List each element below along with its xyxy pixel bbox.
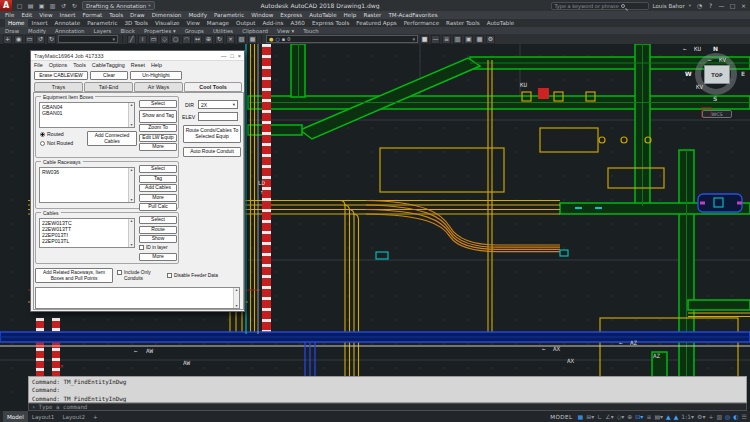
polar-tracking-icon[interactable]: ∠▾	[605, 414, 613, 420]
ribbon-tab-parametric[interactable]: Parametric	[84, 19, 120, 27]
match-properties-icon[interactable]: ▥	[453, 35, 462, 44]
dialog-tab-cool-tools[interactable]: Cool Tools	[184, 82, 242, 92]
cable-action-button[interactable]: Select	[139, 216, 177, 224]
scroll-down-icon[interactable]: ▾	[235, 304, 237, 308]
elev-input[interactable]	[198, 112, 238, 121]
command-history[interactable]: Command: TM_FindEntityInDwgCommand:Comma…	[28, 376, 747, 403]
quick-properties-icon[interactable]: ▥	[716, 414, 722, 420]
customize-icon[interactable]: ☰	[742, 414, 747, 420]
dialog-menu-item[interactable]: Reset	[131, 62, 145, 68]
scroll-up-icon[interactable]: ▴	[130, 103, 132, 107]
isodraft-icon[interactable]: ◇▾	[617, 414, 625, 420]
dialog-menu-item[interactable]: Help	[151, 62, 162, 68]
isolate-objects-icon[interactable]: ◎	[725, 414, 730, 420]
dialog-title-bar[interactable]: TrayMatic16964 Job 417333 — □ ×	[31, 51, 244, 61]
dialog-close-icon[interactable]: ×	[238, 53, 241, 59]
un-highlight-button[interactable]: Un-Highlight	[130, 71, 182, 80]
properties-icon[interactable]: ▣	[464, 35, 473, 44]
viewcube-west[interactable]: W	[685, 71, 692, 77]
close-icon[interactable]: ×	[739, 1, 748, 10]
tab-layout2[interactable]: Layout2	[58, 411, 89, 422]
cable-action-button[interactable]: Route	[139, 226, 177, 234]
dialog-menu-item[interactable]: CableTagging	[92, 62, 125, 68]
settings-icon[interactable]: ⚙	[486, 35, 495, 44]
menu-item[interactable]: View	[39, 12, 52, 18]
scroll-up-icon[interactable]: ▴	[130, 219, 132, 223]
osnap-icon[interactable]: ⊡▾	[635, 414, 643, 420]
copy-icon[interactable]: ⊕	[204, 35, 213, 44]
disable-feeder-data-checkbox[interactable]: Disable Feeder Data	[167, 273, 237, 279]
dialog-menu-item[interactable]: Tools	[73, 62, 86, 68]
include-only-conduits-checkbox[interactable]: Include Only Conduits	[117, 270, 163, 281]
routed-radio[interactable]: Routed	[40, 132, 64, 138]
viewcube-top-face[interactable]: TOP	[704, 65, 730, 84]
color-swatch-icon[interactable]: ■	[420, 35, 429, 44]
viewcube-south[interactable]: S	[713, 96, 717, 102]
ribbon-tab-insert[interactable]: Insert	[29, 19, 51, 27]
ribbon-panel-title[interactable]: Properties ▾	[144, 28, 176, 34]
restore-icon[interactable]: □	[728, 1, 737, 10]
a360-icon[interactable]: ◔	[695, 1, 704, 10]
scrollbar[interactable]: ▴▾	[128, 219, 134, 247]
ribbon-tab-3d-tools[interactable]: 3D Tools	[121, 19, 150, 27]
ribbon-tab-addins[interactable]: Add-ins	[260, 19, 287, 27]
scroll-down-icon[interactable]: ▾	[130, 198, 132, 202]
new-file-icon[interactable]: ▢	[15, 1, 24, 10]
menu-item[interactable]: Modify	[188, 12, 207, 18]
workspace-switcher[interactable]: Drafting & Annotation ▾	[82, 1, 155, 10]
polygon-icon[interactable]: ◇	[160, 35, 169, 44]
rotate-icon[interactable]: ↻	[215, 35, 224, 44]
rectangle-icon[interactable]: ▭	[149, 35, 158, 44]
cables-more-button[interactable]: More	[139, 253, 177, 261]
ribbon-tab-view[interactable]: View	[184, 19, 203, 27]
ribbon-panel-title[interactable]: Modify	[28, 28, 46, 34]
raceway-action-button[interactable]: More	[139, 194, 177, 202]
annotation-monitor-icon[interactable]: +	[708, 414, 713, 420]
plot-icon[interactable]: ▥	[48, 1, 57, 10]
menu-item[interactable]: Express	[280, 12, 302, 18]
tab-new-layout[interactable]: +	[89, 411, 102, 422]
command-input[interactable]: › Type a command	[28, 403, 747, 411]
ribbon-panel-title[interactable]: Annotation	[55, 28, 85, 34]
dir-select[interactable]: 2X ▾	[198, 100, 238, 109]
undo-icon[interactable]: ↺	[59, 1, 68, 10]
erase-icon[interactable]: ×	[226, 35, 235, 44]
menu-item[interactable]: TM-AcadFavorites	[388, 12, 437, 18]
scrollbar[interactable]: ▴▾	[128, 168, 134, 202]
scrollbar[interactable]: ▴▾	[233, 288, 239, 308]
menu-item[interactable]: Dimension	[152, 12, 182, 18]
ribbon-tab-home[interactable]: Home	[5, 19, 28, 27]
layer-filter-combo[interactable]: ▾	[58, 35, 118, 43]
results-listbox[interactable]: ▴▾	[35, 287, 240, 309]
redo-icon[interactable]: ↻	[70, 1, 79, 10]
menu-item[interactable]: Raster	[363, 12, 381, 18]
not-routed-radio[interactable]: Not Routed	[40, 141, 73, 147]
menu-item[interactable]: AutoTable	[309, 12, 336, 18]
ribbon-tab-manage[interactable]: Manage	[204, 19, 232, 27]
id-in-layer-checkbox[interactable]: ID in layer	[139, 245, 177, 251]
layer-combo[interactable]: ●○▪ 0 ▾	[266, 35, 418, 43]
ribbon-panel-title[interactable]: Block	[120, 28, 135, 34]
dialog-menu-item[interactable]: File	[34, 62, 43, 68]
menu-item[interactable]: Help	[344, 12, 357, 18]
ribbon-tab-featured-apps[interactable]: Featured Apps	[353, 19, 399, 27]
move-icon[interactable]: ↔	[193, 35, 202, 44]
menu-item[interactable]: Tools	[109, 12, 123, 18]
pan-icon[interactable]: +	[3, 35, 12, 44]
lineweight-prop-icon[interactable]: ≡	[442, 35, 451, 44]
menu-item[interactable]: File	[5, 12, 14, 18]
graphics-performance-icon[interactable]: ◐	[733, 414, 738, 420]
help-icon[interactable]: ?	[706, 1, 715, 10]
redo-view-icon[interactable]: ↻	[47, 35, 56, 44]
scroll-up-icon[interactable]: ▴	[130, 168, 132, 172]
ribbon-tab-a360[interactable]: A360	[287, 19, 308, 27]
cable-action-button[interactable]: Show	[139, 235, 177, 243]
raceway-item[interactable]: RW036	[42, 169, 128, 175]
menu-item[interactable]: Insert	[60, 12, 76, 18]
dialog-maximize-icon[interactable]: □	[230, 53, 233, 59]
linetype-icon[interactable]: —	[431, 35, 440, 44]
model-space-button[interactable]: MODEL	[550, 414, 572, 420]
ribbon-tab-raster-tools[interactable]: Raster Tools	[443, 19, 483, 27]
open-icon[interactable]: ▤	[26, 1, 35, 10]
ribbon-panel-title[interactable]: View ▾	[277, 28, 294, 34]
